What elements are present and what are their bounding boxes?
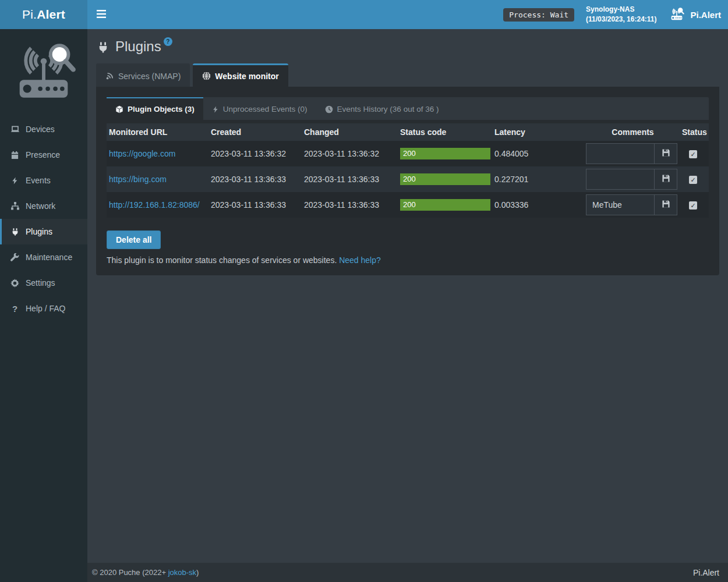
sidebar-item-devices[interactable]: Devices [0, 116, 87, 142]
sidebar-item-plugins[interactable]: Plugins [0, 219, 87, 244]
website-monitor-panel: Plugin Objects (3) Unprocessed Events (0… [96, 87, 719, 275]
plugin-description-text: This plugin is to monitor status changes… [107, 255, 337, 265]
comment-input-group [586, 194, 677, 215]
sidebar-item-label: Devices [26, 125, 55, 134]
sidebar-item-label: Presence [26, 150, 60, 159]
router-magnifier-icon [668, 6, 685, 23]
sidebar-item-presence[interactable]: Presence [0, 142, 87, 168]
save-comment-button[interactable] [655, 194, 677, 215]
sidebar-item-network[interactable]: Network [0, 193, 87, 219]
col-created: Created [208, 123, 302, 141]
laptop-icon [10, 125, 20, 134]
brand-pi: Pi. [22, 8, 37, 22]
host-info: Synology-NAS (11/03/2023, 16:24:11) [586, 5, 656, 24]
status-checkbox[interactable] [689, 176, 697, 184]
bolt-icon [10, 176, 20, 185]
floppy-save-icon [662, 148, 670, 159]
top-navbar: Pi.Alert Process: Wait Synology-NAS (11/… [0, 0, 728, 29]
network-icon [10, 201, 20, 211]
sidebar-item-label: Network [26, 201, 55, 211]
main-content: Plugins ? Services (NMAP) Website monito… [87, 29, 728, 563]
clock-icon [325, 105, 333, 113]
changed-cell: 2023-03-11 13:36:33 [302, 192, 398, 218]
plug-icon [97, 41, 109, 56]
tab-website-monitor[interactable]: Website monitor [193, 63, 288, 87]
floppy-save-icon [662, 200, 670, 210]
comment-input-group [586, 143, 677, 164]
save-comment-button[interactable] [655, 143, 677, 164]
created-cell: 2023-03-11 13:36:33 [208, 166, 302, 192]
sidebar-item-label: Maintenance [26, 253, 72, 262]
latency-cell: 0.227201 [492, 166, 584, 192]
tab-label: Events History (36 out of 36 ) [337, 105, 439, 113]
monitored-url-link[interactable]: https://bing.com [109, 175, 167, 184]
sidebar: Devices Presence Events Network Plugins … [0, 29, 87, 582]
tab-label: Plugin Objects (3) [128, 105, 195, 113]
tab-services-nmap[interactable]: Services (NMAP) [96, 63, 190, 87]
navbar-main: Process: Wait Synology-NAS (11/03/2023, … [87, 0, 728, 29]
brand-logo[interactable]: Pi.Alert [0, 0, 87, 29]
host-time: (11/03/2023, 16:24:11) [586, 15, 656, 24]
page-title: Plugins [115, 38, 161, 55]
tab-events-history[interactable]: Events History (36 out of 36 ) [316, 97, 448, 120]
need-help-link[interactable]: Need help? [339, 255, 381, 265]
cube-icon [115, 105, 123, 113]
pialert-logo [9, 37, 78, 106]
status-code-bar: 200 [400, 173, 490, 185]
save-comment-button[interactable] [655, 169, 677, 190]
sidebar-item-maintenance[interactable]: Maintenance [0, 244, 87, 270]
status-checkbox[interactable] [689, 150, 697, 158]
sidebar-item-settings[interactable]: Settings [0, 270, 87, 296]
sidebar-item-label: Help / FAQ [26, 304, 65, 313]
floppy-save-icon [662, 174, 670, 184]
footer-brand: Pi.Alert [693, 568, 719, 577]
changed-cell: 2023-03-11 13:36:32 [302, 141, 398, 166]
gear-icon [10, 279, 20, 288]
table-row: http://192.168.1.82:8086/ 2023-03-11 13:… [107, 192, 709, 218]
created-cell: 2023-03-11 13:36:32 [208, 141, 302, 166]
tab-plugin-objects[interactable]: Plugin Objects (3) [107, 97, 203, 120]
monitored-url-link[interactable]: https://google.com [109, 149, 175, 158]
calendar-icon [10, 151, 20, 159]
footer-copyright: © 2020 Puche (2022+ jokob-sk) [92, 568, 199, 577]
navbar-app-link[interactable]: Pi.Alert [668, 6, 721, 23]
monitored-url-link[interactable]: http://192.168.1.82:8086/ [109, 200, 200, 210]
col-status-code: Status code [398, 123, 492, 141]
latency-cell: 0.003336 [492, 192, 584, 218]
table-row: https://google.com 2023-03-11 13:36:32 2… [107, 141, 709, 166]
comment-input[interactable] [586, 194, 655, 215]
signal-icon [105, 72, 114, 80]
tab-unprocessed-events[interactable]: Unprocessed Events (0) [203, 97, 316, 120]
sidebar-toggle-button[interactable] [87, 1, 115, 29]
col-comments: Comments [584, 123, 680, 141]
sidebar-menu: Devices Presence Events Network Plugins … [0, 116, 87, 321]
col-latency: Latency [492, 123, 584, 141]
col-monitored-url: Monitored URL [107, 123, 208, 141]
tab-label: Unprocessed Events (0) [223, 105, 308, 113]
help-badge[interactable]: ? [164, 37, 172, 46]
comment-input-group [586, 169, 677, 190]
bolt-icon [212, 105, 219, 113]
status-checkbox[interactable] [689, 201, 697, 210]
sidebar-item-events[interactable]: Events [0, 168, 87, 193]
col-status: Status [680, 123, 709, 141]
navbar-right: Process: Wait Synology-NAS (11/03/2023, … [503, 5, 721, 24]
status-code-bar: 200 [400, 148, 490, 159]
sidebar-item-label: Plugins [26, 227, 52, 236]
delete-all-button[interactable]: Delete all [107, 230, 161, 249]
process-status-badge: Process: Wait [503, 8, 574, 22]
globe-icon [202, 72, 211, 80]
comment-input[interactable] [586, 169, 655, 190]
comment-input[interactable] [586, 143, 655, 164]
table-header-row: Monitored URL Created Changed Status cod… [107, 123, 709, 141]
plug-icon [10, 228, 20, 236]
sidebar-item-label: Events [26, 176, 51, 185]
tab-label: Website monitor [215, 72, 278, 81]
plugin-tabs: Services (NMAP) Website monitor [96, 63, 719, 87]
status-code-bar: 200 [400, 199, 490, 211]
app-root: Pi.Alert Process: Wait Synology-NAS (11/… [0, 0, 728, 582]
jokob-sk-link[interactable]: jokob-sk [168, 568, 196, 577]
brand-alert: Alert [37, 8, 65, 22]
sidebar-item-help-faq[interactable]: ? Help / FAQ [0, 296, 87, 321]
question-icon: ? [10, 304, 20, 313]
